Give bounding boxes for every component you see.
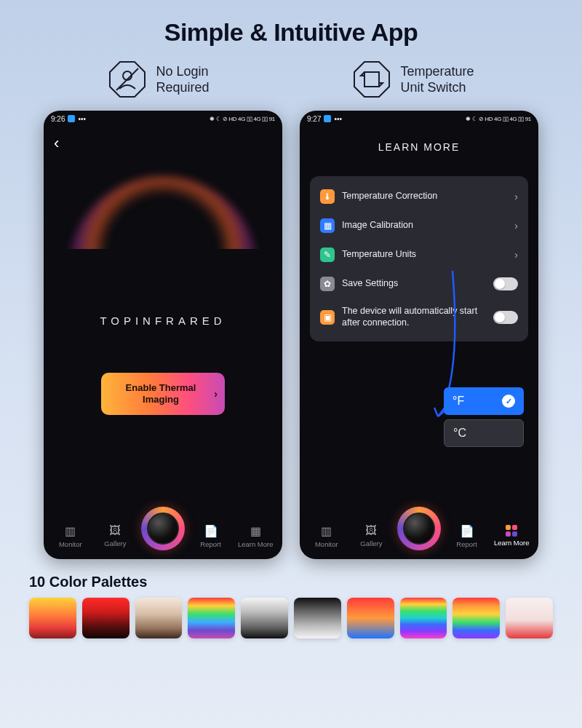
check-icon: ✓ <box>502 395 515 408</box>
nav-label: Learn More <box>238 540 274 548</box>
palette-swatch[interactable] <box>82 598 129 638</box>
temperature-unit-popup: °F ✓ °C <box>444 387 524 451</box>
monitor-icon: ▥ <box>321 524 332 538</box>
status-ellipsis: ••• <box>78 115 86 123</box>
learn-more-icon <box>506 525 517 537</box>
temp-switch-icon <box>352 60 391 99</box>
palette-swatch[interactable] <box>135 598 183 638</box>
bottom-nav: ▥ Monitor 🖼 Gallery 📄 Report Learn More <box>300 517 538 559</box>
nav-label: Learn More <box>494 539 530 547</box>
nav-learn-more[interactable]: Learn More <box>493 525 530 547</box>
status-app-icon <box>68 115 75 122</box>
gallery-icon: 🖼 <box>109 524 121 537</box>
palette-swatch[interactable] <box>241 598 288 638</box>
status-bar: 9:26 ••• ✱ ☾ ⊘ HD 4G ▯▯ 4G ▯▯ 91 <box>44 111 282 127</box>
feature-line: Unit Switch <box>400 79 474 96</box>
shutter-button[interactable] <box>141 507 185 550</box>
settings-panel: 🌡 Temperature Correction › ▦ Image Calib… <box>310 176 528 341</box>
unit-fahrenheit[interactable]: °F ✓ <box>444 387 524 415</box>
monitor-icon: ▥ <box>65 524 76 538</box>
enable-thermal-button[interactable]: Enable Thermal Imaging › <box>101 373 225 415</box>
nav-monitor[interactable]: ▥ Monitor <box>308 524 346 548</box>
feature-temp-switch: Temperature Unit Switch <box>352 60 474 99</box>
chevron-right-icon: › <box>514 249 518 261</box>
svg-rect-4 <box>364 72 379 87</box>
status-bar: 9:27 ••• ✱ ☾ ⊘ HD 4G ▯▯ 4G ▯▯ 91 <box>300 111 538 127</box>
nav-gallery[interactable]: 🖼 Gallery <box>96 524 134 547</box>
status-time: 9:27 <box>307 115 321 123</box>
gallery-icon: 🖼 <box>365 524 377 537</box>
palette-swatch[interactable] <box>347 598 394 638</box>
no-login-icon <box>108 60 147 99</box>
units-icon: ✎ <box>320 248 335 262</box>
palettes-title: 10 Color Palettes <box>29 574 553 590</box>
status-time: 9:26 <box>51 115 65 123</box>
shutter-button[interactable] <box>397 507 441 550</box>
phone-learn-more: 9:27 ••• ✱ ☾ ⊘ HD 4G ▯▯ 4G ▯▯ 91 LEARN M… <box>300 111 538 559</box>
brand-name: TOPINFRARED <box>44 314 282 327</box>
calibration-icon: ▦ <box>320 218 335 233</box>
nav-label: Report <box>456 540 477 548</box>
setting-temperature-units[interactable]: ✎ Temperature Units › <box>320 240 518 269</box>
nav-label: Gallery <box>360 539 382 547</box>
nav-report[interactable]: 📄 Report <box>448 524 486 548</box>
back-button[interactable]: ‹ <box>54 134 59 153</box>
setting-label: The device will automatically start afte… <box>342 306 486 328</box>
feature-no-login: No Login Required <box>108 60 209 99</box>
palette-swatch[interactable] <box>453 598 500 638</box>
setting-image-calibration[interactable]: ▦ Image Calibration › <box>320 211 518 240</box>
nav-gallery[interactable]: 🖼 Gallery <box>352 524 390 547</box>
report-icon: 📄 <box>204 524 218 538</box>
feature-row: No Login Required Temperature Unit Switc… <box>36 60 546 99</box>
status-app-icon <box>324 115 331 122</box>
feature-label: No Login Required <box>156 63 209 96</box>
setting-label: Temperature Units <box>342 249 507 261</box>
unit-label: °C <box>453 427 466 440</box>
learn-more-icon: ▦ <box>250 524 261 538</box>
palette-swatch[interactable] <box>294 598 341 638</box>
setting-save-settings[interactable]: ✿ Save Settings <box>320 269 518 298</box>
report-icon: 📄 <box>460 524 474 538</box>
feature-line: Required <box>156 79 209 96</box>
cta-label: Enable Thermal Imaging <box>111 382 210 405</box>
bottom-nav: ▥ Monitor 🖼 Gallery 📄 Report ▦ Learn Mor… <box>44 517 282 559</box>
feature-line: No Login <box>156 63 209 80</box>
setting-label: Save Settings <box>342 278 486 290</box>
nav-monitor[interactable]: ▥ Monitor <box>52 524 89 548</box>
autostart-icon: ▣ <box>320 310 335 325</box>
unit-celsius[interactable]: °C <box>444 419 524 447</box>
phone-monitor: 9:26 ••• ✱ ☾ ⊘ HD 4G ▯▯ 4G ▯▯ 91 ‹ TOPIN… <box>44 111 282 559</box>
status-right-icons: ✱ ☾ ⊘ HD 4G ▯▯ 4G ▯▯ 91 <box>210 116 275 122</box>
chevron-right-icon: › <box>214 388 218 400</box>
toggle-off[interactable] <box>493 311 518 324</box>
palette-swatch[interactable] <box>188 598 235 638</box>
thermal-glow <box>68 176 258 365</box>
nav-label: Monitor <box>59 540 82 548</box>
toggle-off[interactable] <box>493 277 518 290</box>
gear-icon: ✿ <box>320 277 335 291</box>
unit-label: °F <box>453 395 464 408</box>
headline: Simple & Intuitive App <box>29 18 553 47</box>
palette-swatch[interactable] <box>506 598 553 638</box>
nav-learn-more[interactable]: ▦ Learn More <box>236 524 274 548</box>
palette-swatch[interactable] <box>400 598 447 638</box>
svg-marker-3 <box>354 62 389 97</box>
learn-more-title: LEARN MORE <box>300 141 538 153</box>
nav-label: Report <box>200 540 221 548</box>
palette-swatch[interactable] <box>29 598 76 638</box>
feature-label: Temperature Unit Switch <box>400 63 474 96</box>
nav-label: Gallery <box>104 539 126 547</box>
status-ellipsis: ••• <box>334 115 342 123</box>
status-right-icons: ✱ ☾ ⊘ HD 4G ▯▯ 4G ▯▯ 91 <box>466 116 531 122</box>
palettes-row <box>29 598 553 638</box>
chevron-right-icon: › <box>514 220 518 232</box>
feature-line: Temperature <box>400 63 474 80</box>
setting-autostart[interactable]: ▣ The device will automatically start af… <box>320 298 518 336</box>
phones-row: 9:26 ••• ✱ ☾ ⊘ HD 4G ▯▯ 4G ▯▯ 91 ‹ TOPIN… <box>29 111 553 559</box>
setting-label: Image Calibration <box>342 220 507 232</box>
nav-label: Monitor <box>315 540 338 548</box>
setting-label: Temperature Correction <box>342 191 507 202</box>
nav-report[interactable]: 📄 Report <box>192 524 230 548</box>
setting-temp-correction[interactable]: 🌡 Temperature Correction › <box>320 182 518 211</box>
chevron-right-icon: › <box>514 191 518 202</box>
